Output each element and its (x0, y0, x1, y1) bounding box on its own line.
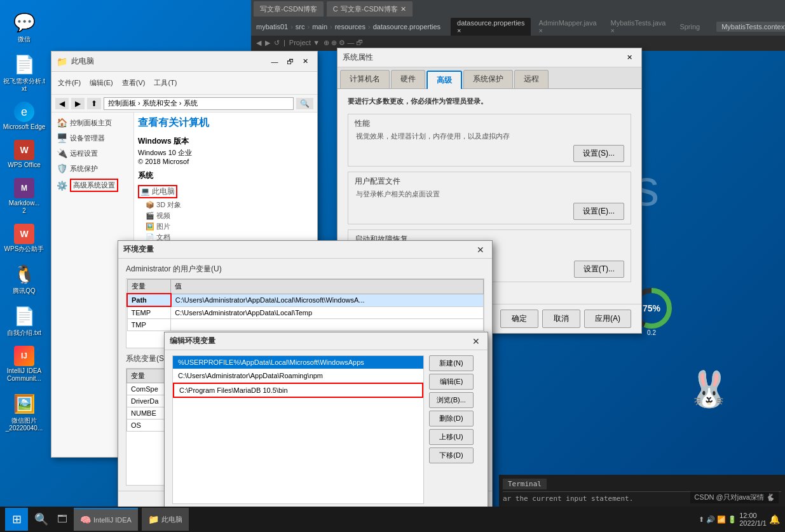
sidebar-remote[interactable]: 🔌 远程设置 (51, 146, 133, 161)
ide-project-tab[interactable]: Project ▼ (289, 39, 320, 46)
ide-tab-project[interactable]: C 写文章-CSDN博客 ✕ (327, 1, 413, 17)
sidebar-device-manager[interactable]: 🖥️ 设备管理器 (51, 130, 133, 146)
temp-var-cell: TEMP (127, 306, 171, 319)
ok-btn[interactable]: 确定 (500, 310, 538, 328)
desktop-icon-idea[interactable]: IJ IntelliJ IDEACommunit... (0, 342, 48, 386)
ide-nav-back[interactable]: ◀ (256, 39, 261, 47)
path-row[interactable]: Path C:\Users\Administrator\AppData\Loca… (127, 294, 484, 306)
desktop-icon-wishlist[interactable]: 📄 祝飞需求分析.txt (0, 48, 48, 97)
notification-btn[interactable]: 🔔 (769, 514, 780, 524)
move-up-btn[interactable]: 上移(U) (429, 429, 474, 445)
edit-item-npm[interactable]: C:\Users\Administrator\AppData\Roaming\n… (173, 369, 423, 383)
nav-back-btn[interactable]: ◀ (55, 98, 69, 109)
path-var-cell: Path (127, 294, 171, 306)
tab-hardware[interactable]: 硬件 (391, 70, 425, 88)
sidebar-sys-protect[interactable]: 🛡️ 系统保护 (51, 161, 133, 176)
ide-file-tab-mybatis[interactable]: MybatisTests.java × (604, 18, 672, 36)
minimize-btn[interactable]: — (268, 55, 282, 69)
edit-env-btn[interactable]: 编辑(E) (429, 374, 474, 390)
video-folder[interactable]: 🎬 视频 (146, 210, 313, 221)
tab-sys-protect[interactable]: 系统保护 (463, 70, 513, 88)
ide-file-tab-admin[interactable]: AdminMapper.java × (532, 18, 603, 36)
ide-tab-write[interactable]: 写文章-CSDN博客 (254, 1, 324, 17)
ide-run-config[interactable]: MybatisTests.contextLoads (716, 22, 785, 32)
search-btn[interactable]: 🔍 (296, 98, 313, 109)
env-vars-close[interactable]: ✕ (474, 243, 487, 256)
tab-advanced[interactable]: 高级 (427, 71, 462, 89)
apply-btn[interactable]: 应用(A) (584, 310, 631, 328)
nav-forward-btn[interactable]: ▶ (71, 98, 85, 109)
desktop-icon-wps-assist[interactable]: W WPS办公助手 (0, 220, 48, 257)
taskview-btn[interactable]: 🗔 (55, 514, 70, 525)
edit-env-body: %USERPROFILE%\AppData\Local\Microsoft\Wi… (165, 350, 488, 509)
desktop-icon-qq[interactable]: 🐧 腾讯QQ (0, 258, 48, 299)
address-bar[interactable]: 控制面板 › 系统和安全 › 系统 (104, 97, 294, 110)
edit-menu-btn[interactable]: 编辑(E) (86, 76, 117, 90)
edit-env-title: 编辑环境变量 (170, 336, 470, 346)
perf-title: 性能 (355, 118, 624, 129)
idea-icon: IJ (14, 346, 34, 366)
win-name: Windows 10 企业 (138, 148, 313, 158)
file-menu-btn[interactable]: 文件(F) (54, 76, 85, 90)
desktop-icons-area: 💬 微信 📄 祝飞需求分析.txt e Microsoft Edge W WPS… (0, 0, 50, 532)
self-intro-label: 自我介绍.txt (7, 329, 41, 337)
desktop-icon-markdown[interactable]: M Markdow...2 (0, 174, 48, 219)
search-taskbar-btn[interactable]: 🔍 (32, 512, 51, 526)
this-pc-icon: 💻 此电脑 (138, 185, 177, 198)
user-profile-title: 用户配置文件 (355, 176, 624, 187)
start-btn[interactable]: ⊞ (5, 508, 28, 531)
desktop-icon-edge[interactable]: e Microsoft Edge (0, 98, 48, 135)
tab-remote[interactable]: 远程 (514, 70, 549, 88)
edit-item-mariadb[interactable]: C:\Program Files\MariaDB 10.5\bin (173, 383, 423, 398)
sys-props-titlebar: 系统属性 ✕ (338, 48, 641, 67)
sys-props-tabs: 计算机名 硬件 高级 系统保护 远程 (338, 67, 641, 89)
ide-refresh[interactable]: ↺ (274, 39, 280, 47)
env-vars-title: 环境变量 (123, 244, 474, 255)
move-down-btn[interactable]: 下移(D) (429, 447, 474, 463)
view-menu-btn[interactable]: 查看(V) (118, 76, 149, 90)
path-val-cell: C:\Users\Administrator\AppData\Local\Mic… (171, 294, 484, 306)
explorer-taskbar-btn[interactable]: 📁 此电脑 (142, 508, 189, 531)
sys-props-close[interactable]: ✕ (622, 51, 636, 65)
props-notice: 要进行大多数更改，你必须作为管理员登录。 (348, 97, 631, 106)
pics-folder2[interactable]: 🖼️ 图片 (146, 221, 313, 232)
temp-row[interactable]: TEMP C:\Users\Administrator\AppData\Loca… (127, 306, 484, 319)
ide-file-tab-datasource[interactable]: datasource.properties × (451, 18, 531, 36)
cancel-btn[interactable]: 取消 (542, 310, 580, 328)
tab-computer-name[interactable]: 计算机名 (340, 70, 390, 88)
startup-settings-btn[interactable]: 设置(T)... (574, 261, 624, 278)
wishlist-icon: 📄 (12, 52, 36, 76)
tools-menu-btn[interactable]: 工具(T) (150, 76, 181, 90)
desktop-icon-self-intro[interactable]: 📄 自我介绍.txt (0, 300, 48, 341)
perf-settings-btn[interactable]: 设置(S)... (573, 145, 624, 162)
csdn-watermark: CSDN @只对java深情 🐇 (690, 491, 779, 503)
desktop-icon-wechat-pics[interactable]: 🖼️ 微信图片_20220040... (0, 388, 48, 436)
this-pc-item[interactable]: 💻 此电脑 (138, 184, 313, 200)
ide-taskbar-btn[interactable]: 🧠 IntelliJ IDEA (74, 508, 138, 531)
ide-file-tab-spring[interactable]: Spring (673, 22, 706, 32)
edit-env-close[interactable]: ✕ (470, 335, 482, 348)
3d-folder[interactable]: 📦 3D 对象 (146, 200, 313, 210)
sidebar-control-panel[interactable]: 🏠 控制面板主页 (51, 115, 133, 130)
user-vars-table: 变量 值 Path C:\Users\Administrator\AppData… (126, 279, 484, 331)
new-env-btn[interactable]: 新建(N) (429, 355, 474, 371)
terminal-tabs: Terminal (503, 479, 781, 492)
terminal-tab[interactable]: Terminal (503, 479, 547, 489)
ide-path: mybatis01 › src › main › resources › dat… (256, 23, 440, 31)
tmp-row[interactable]: TMP (127, 319, 484, 331)
nav-up-btn[interactable]: ⬆ (87, 98, 101, 109)
user-profile-section: 用户配置文件 与登录帐户相关的桌面设置 设置(E)... (348, 172, 631, 224)
sidebar-advanced[interactable]: ⚙️ 高级系统设置 (51, 176, 133, 194)
user-profile-settings-btn[interactable]: 设置(E)... (573, 203, 624, 220)
sys-tray-icons: ⬆ 🔊 📶 🔋 (699, 515, 737, 524)
ide-nav-forward[interactable]: ▶ (265, 39, 270, 47)
desktop-icon-wechat[interactable]: 💬 微信 (0, 6, 48, 47)
device-label: 设备管理器 (70, 133, 105, 143)
browse-btn[interactable]: 浏览(B)... (429, 392, 474, 408)
close-btn[interactable]: ✕ (298, 55, 312, 69)
maximize-btn[interactable]: 🗗 (283, 55, 297, 69)
edit-item-windowsapps[interactable]: %USERPROFILE%\AppData\Local\Microsoft\Wi… (173, 356, 423, 369)
desktop-icon-wps[interactable]: W WPS Office (0, 136, 48, 173)
delete-btn[interactable]: 删除(D) (429, 411, 474, 426)
win-copy: © 2018 Microsof (138, 158, 313, 165)
